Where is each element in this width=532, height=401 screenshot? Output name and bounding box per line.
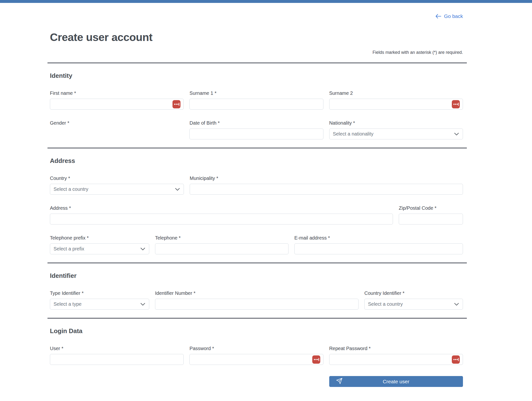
country-identifier-label: Country Identifier * — [364, 290, 463, 296]
chevron-down-icon — [454, 301, 459, 307]
required-fields-note: Fields marked with an asterisk (*) are r… — [47, 50, 467, 55]
chevron-down-icon — [175, 186, 180, 192]
chevron-down-icon — [454, 131, 459, 137]
type-identifier-select-value: Select a type — [54, 301, 82, 307]
password-field: Password * — [189, 346, 323, 365]
email-field: E-mail address * — [294, 235, 463, 254]
email-label: E-mail address * — [294, 235, 463, 241]
telephone-input[interactable] — [155, 243, 289, 254]
telephone-prefix-label: Telephone prefix * — [50, 235, 149, 241]
zip-input[interactable] — [399, 214, 463, 225]
country-select-value: Select a country — [54, 186, 88, 192]
nationality-select-value: Select a nationality — [333, 131, 374, 137]
password-manager-icon[interactable] — [312, 355, 320, 364]
type-identifier-label: Type Identifier * — [50, 290, 149, 296]
section-address: Address Country * Select a country Munic… — [47, 148, 467, 263]
zip-field: Zip/Postal Code * — [399, 205, 463, 225]
municipality-input[interactable] — [190, 184, 463, 195]
surname1-field: Surname 1 * — [189, 90, 323, 110]
nationality-field: Nationality * Select a nationality — [329, 120, 463, 139]
surname2-label: Surname 2 — [329, 90, 463, 96]
date-of-birth-label: Date of Birth * — [189, 120, 323, 126]
country-identifier-select-value: Select a country — [368, 301, 403, 307]
gender-field: Gender * — [50, 120, 184, 139]
identifier-number-input[interactable] — [155, 299, 359, 310]
go-back-label: Go back — [444, 13, 463, 19]
identity-section-title: Identity — [50, 72, 463, 79]
repeat-password-field: Repeat Password * — [329, 346, 463, 365]
create-user-page: Go back Create user account Fields marke… — [47, 13, 467, 387]
type-identifier-select[interactable]: Select a type — [50, 299, 149, 310]
first-name-field: First name * — [50, 90, 184, 110]
nationality-label: Nationality * — [329, 120, 463, 126]
section-identity: Identity First name * Surname 1 * Surnam… — [47, 63, 467, 148]
repeat-password-input[interactable] — [329, 354, 463, 365]
address-field: Address * — [50, 205, 393, 225]
surname2-field: Surname 2 — [329, 90, 463, 110]
country-field: Country * Select a country — [50, 176, 184, 195]
country-identifier-field: Country Identifier * Select a country — [364, 290, 463, 310]
country-identifier-select[interactable]: Select a country — [364, 299, 463, 310]
go-back-link[interactable]: Go back — [435, 13, 463, 19]
user-input[interactable] — [50, 354, 184, 365]
page-title: Create user account — [47, 31, 467, 44]
send-icon — [336, 378, 343, 385]
date-of-birth-input[interactable] — [189, 128, 323, 139]
surname2-input[interactable] — [329, 99, 463, 110]
telephone-prefix-field: Telephone prefix * Select a prefix — [50, 235, 149, 254]
chevron-down-icon — [141, 301, 145, 307]
repeat-password-label: Repeat Password * — [329, 346, 463, 351]
zip-label: Zip/Postal Code * — [399, 205, 463, 211]
identifier-section-title: Identifier — [50, 272, 463, 279]
gender-label: Gender * — [50, 120, 184, 126]
date-of-birth-field: Date of Birth * — [189, 120, 323, 139]
telephone-prefix-select[interactable]: Select a prefix — [50, 243, 149, 254]
identifier-number-field: Identifier Number * — [155, 290, 359, 310]
back-arrow-icon[interactable] — [435, 14, 441, 19]
country-select[interactable]: Select a country — [50, 184, 184, 195]
address-section-title: Address — [50, 157, 463, 164]
address-label: Address * — [50, 205, 393, 211]
section-identifier: Identifier Type Identifier * Select a ty… — [47, 263, 467, 318]
telephone-field: Telephone * — [155, 235, 289, 254]
password-label: Password * — [189, 346, 323, 351]
country-label: Country * — [50, 176, 184, 181]
section-login-data: Login Data User * Password * Repeat Pass… — [47, 318, 467, 387]
municipality-label: Municipality * — [190, 176, 463, 181]
surname1-label: Surname 1 * — [189, 90, 323, 96]
address-input[interactable] — [50, 214, 393, 225]
password-manager-icon[interactable] — [452, 100, 460, 108]
type-identifier-field: Type Identifier * Select a type — [50, 290, 149, 310]
identifier-number-label: Identifier Number * — [155, 290, 359, 296]
first-name-input[interactable] — [50, 99, 184, 110]
password-input[interactable] — [189, 354, 323, 365]
nationality-select[interactable]: Select a nationality — [329, 128, 463, 139]
user-label: User * — [50, 346, 184, 351]
user-field: User * — [50, 346, 184, 365]
email-input[interactable] — [294, 243, 463, 254]
password-manager-icon[interactable] — [172, 100, 180, 108]
telephone-prefix-select-value: Select a prefix — [54, 246, 84, 252]
login-data-section-title: Login Data — [50, 327, 463, 335]
chevron-down-icon — [141, 246, 145, 252]
surname1-input[interactable] — [189, 99, 323, 110]
password-manager-icon[interactable] — [452, 355, 460, 364]
first-name-label: First name * — [50, 90, 184, 96]
municipality-field: Municipality * — [190, 176, 463, 195]
top-accent-bar — [0, 0, 532, 3]
create-user-button-label: Create user — [383, 379, 409, 384]
telephone-label: Telephone * — [155, 235, 289, 241]
create-user-button[interactable]: Create user — [329, 376, 463, 387]
